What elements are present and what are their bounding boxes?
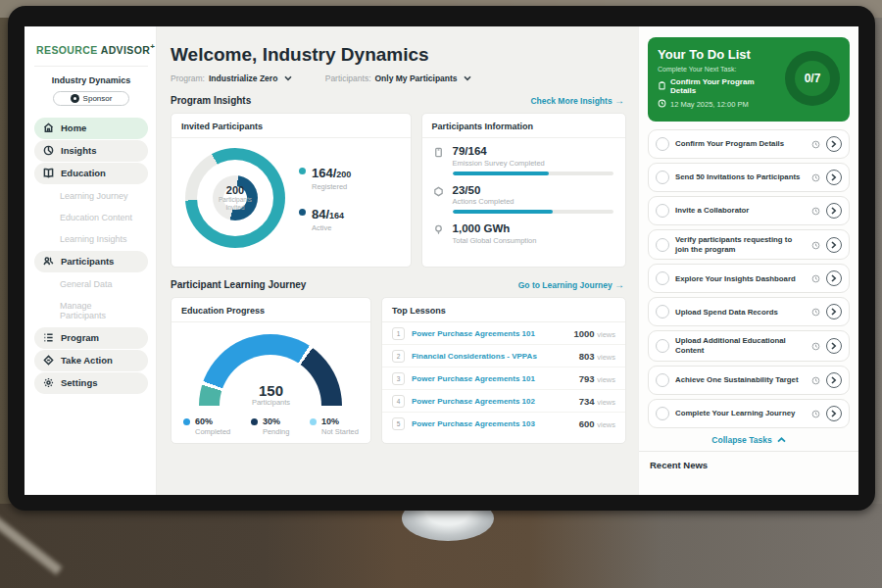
task-item-explore-insights[interactable]: Explore Your Insights Dashboard [648, 264, 850, 293]
task-checkbox[interactable] [656, 271, 669, 285]
legend-label: Completed [195, 427, 230, 436]
sidebar-item-program[interactable]: Program [34, 327, 148, 349]
task-checkbox[interactable] [656, 339, 669, 353]
lesson-rank: 2 [392, 350, 405, 363]
task-item-achieve-target[interactable]: Achieve One Sustainability Target [648, 366, 850, 395]
todo-header-card: Your To Do List Complete Your Next Task:… [648, 37, 850, 122]
task-checkbox[interactable] [656, 373, 669, 387]
logo-plus: + [150, 42, 155, 51]
sidebar-item-label: Participants [61, 256, 114, 267]
clipboard-icon [658, 81, 666, 92]
sidebar-item-learning-journey[interactable]: Learning Journey [34, 186, 148, 206]
task-checkbox[interactable] [656, 305, 669, 318]
participants-filter[interactable]: Participants:Only My Participants [325, 74, 471, 83]
task-checkbox[interactable] [656, 238, 669, 252]
link-label: Go to Learning Journey [518, 280, 612, 290]
program-filter[interactable]: Program:Industrialize Zero [171, 74, 292, 83]
legend-item-not-started: 10% Not Started [310, 416, 359, 436]
info-row-actions: 23/50 Actions Completed [432, 184, 613, 215]
donut-center-label: Participants Invited [214, 196, 257, 213]
clock-icon [811, 405, 820, 422]
program-filter-value: Industrialize Zero [209, 74, 277, 83]
task-checkbox[interactable] [656, 137, 669, 151]
chevron-right-button[interactable] [826, 372, 842, 388]
sidebar-item-manage-participants[interactable]: Manage Participants [34, 296, 148, 325]
lesson-link[interactable]: Power Purchase Agreements 101 [412, 329, 567, 338]
sidebar-item-education-content[interactable]: Education Content [34, 208, 148, 227]
views-word: views [597, 420, 615, 429]
chevron-right-button[interactable] [826, 203, 842, 219]
survey-progress-bar [453, 172, 613, 175]
lesson-link[interactable]: Power Purchase Agreements 101 [412, 374, 572, 383]
chevron-right-button[interactable] [826, 270, 842, 286]
todo-subtitle: Complete Your Next Task: [658, 66, 779, 73]
logo-text-primary: RESOURCE [36, 44, 98, 56]
app-logo: RESOURCE ADVISOR+ [36, 42, 148, 56]
clock-icon [811, 337, 820, 355]
todo-due-date: 12 May 2025, 12:00 PM [670, 100, 749, 109]
main-content: Welcome, Industry Dynamics Program:Indus… [157, 26, 638, 495]
info-label: Emission Survey Completed [453, 159, 613, 168]
chevron-right-button[interactable] [826, 304, 842, 319]
chevron-right-button[interactable] [826, 237, 842, 253]
sidebar-item-education[interactable]: Education [34, 163, 148, 184]
task-checkbox[interactable] [656, 407, 669, 420]
clock-icon [811, 169, 820, 186]
sidebar-item-participants[interactable]: Participants [34, 251, 148, 272]
monitor-bezel: RESOURCE ADVISOR+ Industry Dynamics Spon… [8, 6, 875, 511]
task-item-send-invitations[interactable]: Send 50 Invitations to Participants [648, 163, 850, 192]
arrow-right-icon: → [614, 95, 624, 106]
legend-label: Active [312, 223, 344, 232]
lesson-link[interactable]: Power Purchase Agreements 103 [412, 419, 572, 428]
task-label: Achieve One Sustainability Target [675, 375, 806, 385]
arrow-right-icon: → [614, 279, 624, 290]
check-more-insights-link[interactable]: Check More Insights → [530, 95, 624, 106]
lesson-row: 1 Power Purchase Agreements 101 1000 vie… [382, 322, 625, 345]
participants-filter-value: Only My Participants [375, 74, 458, 83]
chevron-right-button[interactable] [826, 406, 842, 421]
lesson-link[interactable]: Power Purchase Agreements 102 [412, 397, 572, 406]
lesson-views: 793 [579, 373, 595, 384]
task-label: Invite a Collaborator [675, 206, 806, 216]
chevron-right-button[interactable] [826, 170, 842, 185]
task-item-complete-learning-journey[interactable]: Complete Your Learning Journey [648, 399, 850, 428]
sponsor-badge-label: Sponsor [83, 94, 113, 103]
legend-label: Not Started [321, 427, 359, 436]
sidebar-item-settings[interactable]: Settings [34, 372, 148, 394]
task-checkbox[interactable] [656, 204, 669, 218]
sidebar-item-general-data[interactable]: General Data [34, 274, 148, 294]
clock-icon [811, 135, 820, 153]
sponsor-badge[interactable]: Sponsor [53, 91, 129, 106]
task-item-upload-educational-content[interactable]: Upload Additional Educational Content [648, 330, 850, 361]
invited-donut-chart: 200 Participants Invited [185, 148, 285, 248]
task-item-upload-spend-data[interactable]: Upload Spend Data Records [648, 297, 850, 326]
people-icon [42, 256, 54, 268]
task-item-verify-participants[interactable]: Verify participants requesting to join t… [648, 229, 850, 260]
org-name: Industry Dynamics [34, 75, 148, 85]
info-row-consumption: 1,000 GWh Total Global Consumption [432, 222, 613, 249]
legend-pct: 10% [321, 416, 359, 427]
task-item-invite-collaborator[interactable]: Invite a Collaborator [648, 196, 850, 225]
task-checkbox[interactable] [656, 171, 669, 184]
lesson-rank: 3 [392, 372, 405, 385]
sidebar-item-home[interactable]: Home [34, 118, 148, 139]
go-to-learning-journey-link[interactable]: Go to Learning Journey → [518, 279, 624, 290]
chevron-right-button[interactable] [826, 136, 842, 152]
bulb-icon [432, 222, 445, 249]
sidebar-item-take-action[interactable]: Take Action [34, 350, 148, 371]
sidebar-item-insights[interactable]: Insights [34, 140, 148, 162]
clock-icon [811, 371, 820, 389]
legend-value: 164/ [312, 166, 336, 180]
lesson-link[interactable]: Financial Considerations - VPPAs [412, 352, 572, 361]
task-label: Verify participants requesting to join t… [675, 235, 806, 254]
legend-value: 84/ [312, 207, 329, 221]
legend-dot-navy [299, 209, 306, 216]
insights-icon [42, 145, 54, 157]
task-item-confirm-program[interactable]: Confirm Your Program Details [648, 129, 850, 159]
collapse-tasks-link[interactable]: Collapse Tasks [648, 435, 850, 445]
sidebar-item-learning-insights[interactable]: Learning Insights [34, 229, 148, 249]
todo-progress-ring: 0/7 [785, 51, 840, 106]
logo-text-secondary: ADVISOR [101, 44, 151, 56]
legend-label: Registered [312, 182, 351, 191]
chevron-right-button[interactable] [826, 338, 842, 354]
